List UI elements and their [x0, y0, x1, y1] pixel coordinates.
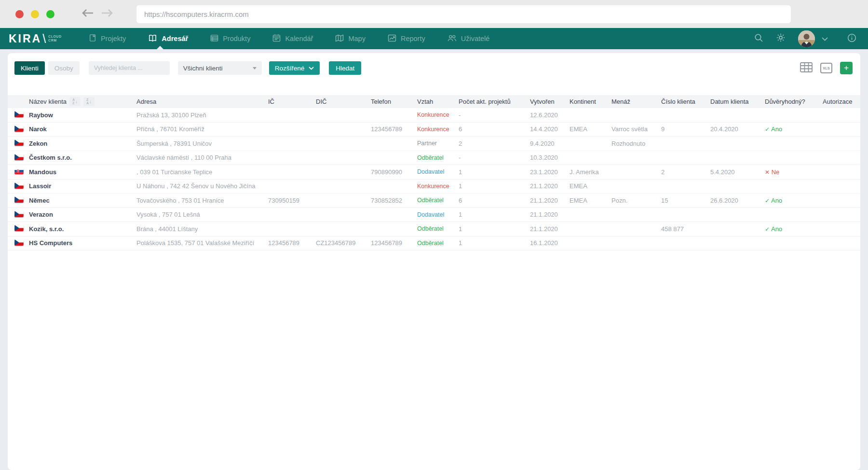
url-input[interactable] [136, 10, 791, 18]
client-name: Čestkom s.r.o. [29, 154, 136, 161]
address-bar [136, 5, 791, 23]
nav-item-kalendar[interactable]: Kalendář [272, 34, 313, 43]
client-name: Kozik, s.r.o. [29, 225, 136, 233]
client-address: Příčná , 76701 Kroměříž [136, 125, 268, 133]
client-pocet-projektu: 1 [459, 182, 530, 190]
browser-back-icon[interactable] [81, 9, 94, 19]
client-cislo: 15 [661, 197, 710, 204]
country-flag-icon [14, 182, 24, 189]
client-menaz: Rozhodnuto [611, 140, 661, 147]
client-datum: 26.6.2020 [710, 197, 765, 204]
browser-forward-icon[interactable] [101, 9, 113, 19]
client-vytvoren: 9.4.2020 [530, 140, 570, 147]
dropdown-caret-icon [253, 67, 257, 69]
client-cislo: 2 [661, 168, 710, 176]
nav-item-projekty[interactable]: Projekty [89, 34, 126, 43]
client-pocet-projektu: - [459, 154, 530, 161]
table-row[interactable]: Kozik, s.r.o. Brána , 44001 Líštany Odbě… [8, 222, 860, 236]
client-vytvoren: 21.1.2020 [530, 182, 570, 190]
table-view-icon[interactable] [800, 62, 813, 74]
toolbar: Klienti Osoby Všichni klienti Rozšířené … [8, 53, 860, 75]
close-window-button[interactable] [15, 10, 24, 18]
table-row[interactable]: Mandous , 039 01 Turčianske Teplice 7908… [8, 165, 860, 180]
kira-logo[interactable]: KIRA \ CLOUD CRM [9, 32, 62, 46]
client-pocet-projektu: 1 [459, 225, 530, 233]
table-row[interactable]: Němec Tovačovského , 753 01 Hranice 7309… [8, 194, 860, 208]
client-search-input[interactable] [89, 61, 170, 75]
table-row[interactable]: HS Computers Poláškova 1535, 757 01 Vala… [8, 236, 860, 251]
nav-item-reporty[interactable]: Reporty [388, 34, 425, 43]
client-name: Mandous [29, 168, 136, 176]
client-address: Brána , 44001 Líštany [136, 225, 268, 233]
table-row[interactable]: Lassoir U Náhonu , 742 42 Šenov u Nového… [8, 180, 860, 194]
maximize-window-button[interactable] [46, 10, 54, 18]
sort-az-button[interactable]: AZ↓ [69, 97, 81, 106]
chevron-down-icon[interactable] [822, 34, 828, 43]
add-client-button[interactable]: + [840, 62, 853, 74]
table-row[interactable]: Zekon Šumperská , 78391 Uničov Partner 2… [8, 137, 860, 151]
nav-item-mapy[interactable]: Mapy [335, 34, 365, 43]
nav-item-uzivatele[interactable]: Uživatelé [448, 34, 490, 43]
sort-za-button[interactable]: ZA↓ [83, 97, 95, 106]
logo-slash: \ [42, 32, 46, 46]
country-flag-icon [14, 168, 24, 174]
xls-export-icon[interactable]: XLS [820, 63, 832, 73]
table-row[interactable]: Čestkom s.r.o. Václavské náměstí , 110 0… [8, 151, 860, 166]
client-name: Němec [29, 197, 136, 204]
nav-item-produkty[interactable]: Produkty [210, 34, 250, 43]
client-vytvoren: 14.4.2020 [530, 125, 570, 133]
client-pocet-projektu: 6 [459, 125, 530, 133]
info-icon[interactable] [847, 33, 856, 44]
column-header-pocet-projektu: Počet akt. projektů [459, 98, 530, 105]
client-vztah: Odběratel [417, 240, 459, 247]
client-address: Šumperská , 78391 Uničov [136, 140, 268, 147]
client-telefon: 730852852 [371, 197, 417, 204]
client-vztah: Konkurence [417, 126, 459, 133]
table-row[interactable]: Verazon Vysoká , 757 01 Lešná Dodavatel … [8, 208, 860, 222]
client-vztah: Odběratel [417, 154, 459, 161]
nav-item-label: Adresář [162, 35, 188, 42]
client-pocet-projektu: 1 [459, 168, 530, 176]
minimize-window-button[interactable] [31, 10, 39, 18]
client-kontinent: EMEA [570, 197, 611, 204]
nav-item-label: Mapy [348, 35, 365, 42]
client-vytvoren: 12.6.2020 [530, 111, 570, 119]
country-flag-icon [14, 139, 24, 146]
nav-item-adresar[interactable]: Adresář [148, 34, 188, 43]
table-row[interactable]: Raybow Pražská 13, 30100 Plzeň Konkurenc… [8, 108, 860, 123]
user-avatar[interactable] [798, 30, 815, 47]
client-pocet-projektu: 1 [459, 211, 530, 218]
products-icon [210, 34, 218, 43]
client-name: Narok [29, 125, 136, 133]
report-icon [388, 34, 396, 43]
column-header-adresa: Adresa [136, 98, 268, 105]
client-name: HS Computers [29, 239, 136, 247]
open-book-icon [148, 34, 157, 43]
window-controls [15, 10, 54, 18]
client-address: Václavské náměstí , 110 00 Praha [136, 154, 268, 161]
osoby-tab-button[interactable]: Osoby [48, 61, 80, 75]
klienti-tab-button[interactable]: Klienti [14, 61, 45, 75]
client-vytvoren: 21.1.2020 [530, 211, 570, 218]
search-submit-button[interactable]: Hledat [329, 61, 361, 75]
advanced-filter-button[interactable]: Rozšířené [269, 61, 320, 75]
client-name: Zekon [29, 140, 136, 147]
document-icon [89, 34, 96, 43]
client-vztah: Dodavatel [417, 211, 459, 218]
client-address: U Náhonu , 742 42 Šenov u Nového Jičína [136, 182, 268, 190]
country-flag-icon [14, 225, 24, 231]
advanced-filter-label: Rozšířené [275, 65, 305, 72]
client-address: Poláškova 1535, 757 01 Valašské Meziříčí [136, 239, 268, 247]
client-menaz: Pozn. [611, 197, 661, 204]
nav-item-label: Kalendář [285, 35, 313, 42]
gear-icon[interactable] [776, 33, 786, 44]
browser-chrome [0, 0, 868, 28]
table-row[interactable]: Narok Příčná , 76701 Kroměříž 123456789 … [8, 123, 860, 137]
client-name: Lassoir [29, 182, 136, 190]
search-icon[interactable] [754, 33, 763, 44]
client-ic: 123456789 [268, 239, 316, 247]
client-duveryhodny: ✓ Ano [765, 197, 823, 204]
client-kontinent: J. Amerika [570, 168, 611, 176]
content-card: Klienti Osoby Všichni klienti Rozšířené … [8, 53, 860, 470]
client-filter-dropdown[interactable]: Všichni klienti [178, 61, 262, 75]
